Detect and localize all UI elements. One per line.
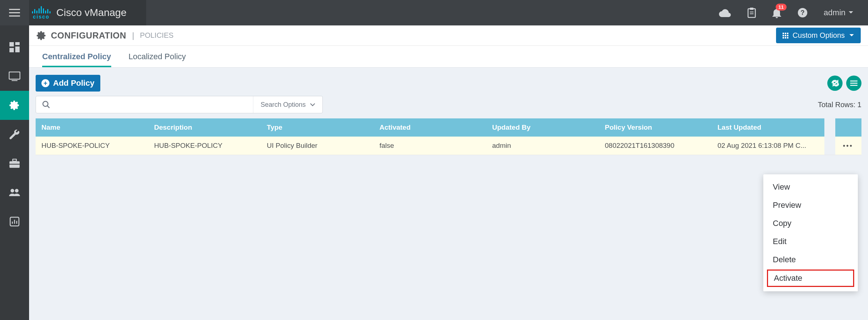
col-header-actions: [835, 118, 861, 137]
add-policy-label: Add Policy: [53, 78, 95, 88]
row-context-menu: View Preview Copy Edit Delete Activate: [763, 174, 858, 291]
custom-options-button[interactable]: Custom Options: [776, 28, 861, 43]
svg-rect-10: [13, 159, 16, 161]
search-options-dropdown[interactable]: Search Options: [253, 96, 322, 113]
svg-point-12: [11, 189, 14, 193]
col-header-last-updated[interactable]: Last Updated: [712, 118, 824, 137]
gear-icon: [9, 100, 20, 111]
svg-rect-8: [9, 72, 20, 79]
svg-rect-1: [750, 8, 754, 10]
hamburger-menu[interactable]: [0, 0, 29, 25]
cell-last-updated: 02 Aug 2021 6:13:08 PM C...: [712, 137, 824, 155]
search-input[interactable]: [56, 96, 253, 113]
sidebar-tools[interactable]: [0, 120, 29, 149]
plus-icon: +: [41, 79, 49, 87]
custom-options-label: Custom Options: [793, 31, 845, 40]
menu-activate[interactable]: Activate: [767, 270, 854, 287]
tab-centralized-policy[interactable]: Centralized Policy: [42, 46, 111, 67]
col-header-activated[interactable]: Activated: [374, 118, 486, 137]
page-header: CONFIGURATION | POLICIES Custom Options: [29, 25, 868, 46]
svg-rect-4: [9, 42, 14, 46]
wrench-icon: [9, 129, 20, 140]
cell-activated: false: [374, 137, 486, 155]
cell-type: UI Policy Builder: [261, 137, 374, 155]
brand-block: cisco Cisco vManage: [29, 0, 146, 25]
svg-text:?: ?: [801, 9, 805, 16]
row-actions-button[interactable]: •••: [835, 137, 861, 155]
user-name: admin: [824, 8, 845, 17]
page-title: CONFIGURATION: [51, 31, 126, 41]
chevron-down-icon: [849, 34, 854, 37]
svg-point-13: [15, 189, 19, 193]
svg-point-15: [43, 101, 48, 106]
sidebar-monitor[interactable]: [0, 62, 29, 91]
policies-table: Name Description Type Activated Updated …: [36, 118, 861, 155]
help-icon[interactable]: ?: [797, 8, 808, 18]
col-header-policy-version[interactable]: Policy Version: [599, 118, 712, 137]
table-row[interactable]: HUB-SPOKE-POLICY HUB-SPOKE-POLICY UI Pol…: [36, 137, 861, 155]
total-rows-label: Total Rows: 1: [818, 101, 861, 109]
toolbar: + Add Policy: [29, 68, 868, 96]
col-header-name[interactable]: Name: [36, 118, 148, 137]
sidebar-admin[interactable]: [0, 178, 29, 207]
notifications-icon[interactable]: 11: [772, 7, 781, 18]
menu-view[interactable]: View: [763, 178, 858, 196]
svg-rect-0: [748, 9, 755, 17]
cisco-logo: cisco: [32, 6, 51, 19]
grid-icon: [783, 33, 788, 39]
svg-rect-6: [15, 46, 20, 52]
tasks-icon[interactable]: [747, 7, 756, 18]
table-header: Name Description Type Activated Updated …: [36, 118, 861, 137]
cell-policy-version: 08022021T161308390: [599, 137, 712, 155]
cell-updated-by: admin: [486, 137, 599, 155]
policy-tabs: Centralized Policy Localized Policy: [29, 46, 868, 68]
menu-icon: [850, 80, 857, 86]
cloud-icon[interactable]: [719, 8, 731, 17]
sidebar-maintenance[interactable]: [0, 149, 29, 178]
menu-copy[interactable]: Copy: [763, 214, 858, 232]
user-dropdown[interactable]: admin: [824, 8, 853, 17]
refresh-button[interactable]: [827, 76, 843, 91]
notification-badge: 11: [776, 4, 787, 11]
cell-name: HUB-SPOKE-POLICY: [36, 137, 148, 155]
menu-preview[interactable]: Preview: [763, 196, 858, 214]
breadcrumb-separator: |: [130, 31, 136, 40]
table-options-button[interactable]: [846, 76, 861, 91]
search-options-label: Search Options: [261, 101, 306, 109]
gear-icon: [36, 31, 47, 41]
add-policy-button[interactable]: + Add Policy: [36, 75, 100, 92]
chevron-down-icon: [310, 103, 315, 106]
refresh-icon: [831, 79, 839, 87]
top-bar: cisco Cisco vManage 11 ? admin: [0, 0, 868, 25]
search-row: Search Options Total Rows: 1: [29, 96, 868, 118]
menu-delete[interactable]: Delete: [763, 251, 858, 269]
users-icon: [8, 188, 21, 197]
menu-edit[interactable]: Edit: [763, 232, 858, 251]
monitor-icon: [9, 72, 20, 81]
dashboard-icon: [9, 42, 20, 52]
search-box: Search Options: [36, 96, 323, 113]
sidebar-dashboard[interactable]: [0, 33, 29, 62]
sidebar-configuration[interactable]: [0, 91, 29, 120]
sidebar-analytics[interactable]: [0, 207, 29, 236]
chart-icon: [9, 216, 20, 227]
menu-icon: [9, 9, 20, 17]
app-title: Cisco vManage: [56, 7, 126, 19]
briefcase-icon: [9, 159, 20, 168]
dots-icon: •••: [843, 142, 853, 150]
cell-description: HUB-SPOKE-POLICY: [148, 137, 261, 155]
col-header-updated-by[interactable]: Updated By: [486, 118, 599, 137]
breadcrumb: POLICIES: [140, 31, 173, 40]
search-icon: [42, 100, 51, 109]
left-sidebar: [0, 25, 29, 320]
col-header-description[interactable]: Description: [148, 118, 261, 137]
svg-rect-11: [9, 164, 20, 165]
col-header-type[interactable]: Type: [261, 118, 374, 137]
svg-rect-5: [15, 42, 20, 45]
svg-rect-7: [9, 48, 14, 52]
chevron-down-icon: [848, 11, 853, 15]
tab-localized-policy[interactable]: Localized Policy: [129, 46, 186, 67]
